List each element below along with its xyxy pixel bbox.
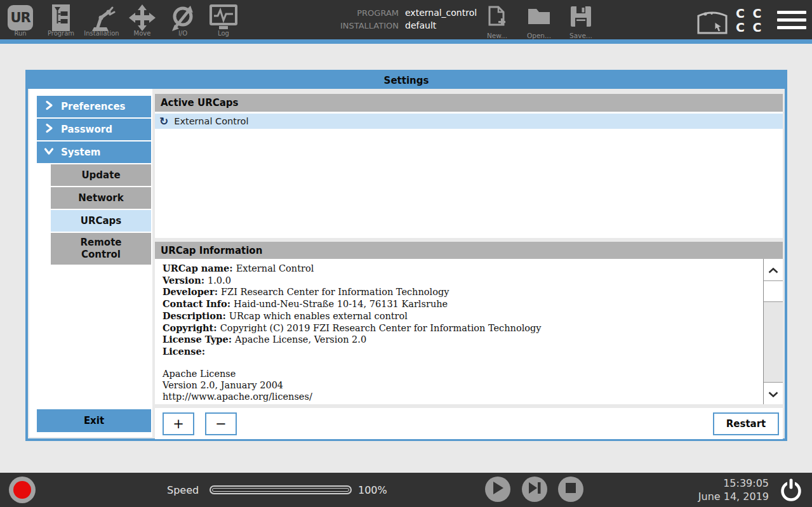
sidebar-item-network[interactable]: Network [51,187,151,209]
sim-row: C C [736,6,764,20]
sidebar-item-remote-control[interactable]: Remote Control [51,233,151,265]
new-button[interactable]: New... [483,6,512,39]
exit-button[interactable]: Exit [37,409,151,432]
tab-move[interactable]: Move [122,0,163,39]
scrollbar[interactable] [763,259,783,404]
stop-icon [566,483,576,496]
save-button[interactable]: Save... [566,6,596,39]
sidebar-item-urcaps[interactable]: URCaps [51,210,151,232]
file-status: PROGRAM external_control INSTALLATION de… [317,8,477,30]
power-icon [778,477,804,503]
remove-urcap-button[interactable]: − [205,412,237,435]
sidebar-item-update[interactable]: Update [51,164,151,186]
tab-log[interactable]: Log [203,0,244,39]
touchscreen-button[interactable] [696,8,729,34]
tab-run[interactable]: UR Run [0,0,41,39]
initialize-robot-button[interactable] [9,477,36,503]
blank-line [163,358,755,369]
move-arrows-icon [127,4,157,31]
info-field: License: [163,346,755,358]
step-forward-icon [529,482,541,496]
open-folder-icon [527,6,551,30]
add-urcap-button[interactable]: + [163,412,194,435]
sidebar-item-password[interactable]: Password [37,119,151,140]
chevron-up-icon [768,264,778,276]
info-field: Version:1.0.0 [163,275,755,287]
chevron-down-icon [768,388,778,400]
chevron-right-icon [44,123,54,136]
active-urcaps-list: ↻ External Control [155,112,783,238]
log-monitor-icon [208,4,239,31]
license-line: Apache License [163,369,755,380]
tab-label: Program [48,30,74,37]
info-field: Description:URcap which enables external… [163,310,755,322]
installation-name: default [405,20,477,30]
info-field: Developer:FZI Research Center for Inform… [163,286,755,298]
scroll-up-button[interactable] [764,259,783,281]
date-text: June 14, 2019 [698,490,769,503]
tab-installation[interactable]: Installation [81,0,122,39]
hamburger-menu-icon[interactable] [777,11,806,34]
time-text: 15:39:05 [698,477,769,490]
sidebar-item-preferences[interactable]: Preferences [37,96,151,117]
robot-status-red-icon [13,481,31,499]
sidebar-item-label: System [61,147,100,158]
license-line: http://www.apache.org/licenses/ [163,392,755,403]
play-icon [491,482,505,497]
file-actions: New... Open... Save... [483,6,596,39]
license-line: Version 2.0, January 2004 [163,380,755,392]
tab-io[interactable]: I/O [163,0,203,39]
sim-row: C C [736,20,764,34]
accent-strip [0,39,812,44]
save-floppy-icon [570,6,592,30]
action-label: New... [487,32,507,39]
robot-arm-icon [86,4,117,31]
sidebar-item-label: Password [61,124,112,135]
speed-slider[interactable] [210,485,352,494]
play-button[interactable] [485,477,510,502]
scrollbar-thumb[interactable] [764,281,783,302]
io-icon [168,4,198,31]
open-button[interactable]: Open... [524,6,554,39]
power-button[interactable] [778,477,804,503]
bottom-bar: Speed 100% 15:39:05 June 14, 2019 [0,473,812,507]
program-name: external_control [405,8,477,18]
tab-program[interactable]: Program [41,0,81,39]
info-field: Contact Info:Haid-und-Neu-Straße 10-14, … [163,298,755,310]
clock: 15:39:05 June 14, 2019 [698,477,769,503]
settings-dialog: Settings Preferences Password System [25,70,787,441]
tab-label: Move [134,30,151,37]
program-label: PROGRAM [317,8,399,18]
speed-value: 100% [358,484,387,496]
sidebar-nav: Preferences Password System Update Net [37,96,151,266]
polyscope-screen: UR Run Program Installation Move [0,0,812,507]
urcaps-action-row: + − Restart [155,408,783,439]
sidebar-subitem-label: Remote Control [69,237,133,261]
tab-label: Run [14,30,26,37]
action-label: Open... [527,32,551,39]
dialog-title: Settings [28,72,785,89]
new-file-icon [488,6,507,30]
step-forward-button[interactable] [522,477,547,502]
main-area: Settings Preferences Password System [0,44,812,473]
tab-label: Log [218,30,229,37]
restart-button[interactable]: Restart [713,412,779,435]
urcap-information-header: URCap Information [155,242,783,259]
sidebar-item-label: Preferences [61,101,126,112]
scroll-down-button[interactable] [764,382,783,404]
info-field: License Type:Apache License, Version 2.0 [163,334,755,346]
installation-label: INSTALLATION [317,21,399,30]
urcap-information-text: URCap name:External Control Version:1.0.… [155,259,763,404]
sidebar-subitem-label: Network [78,192,123,204]
sidebar-subitem-label: Update [81,169,120,181]
urcap-refresh-icon: ↻ [159,116,168,127]
stop-button[interactable] [558,477,583,502]
urcaps-content: Active URCaps ↻ External Control URCap I… [155,89,783,437]
urcap-list-item[interactable]: ↻ External Control [155,114,783,129]
sidebar-item-system[interactable]: System [37,142,151,163]
action-label: Save... [569,32,592,39]
program-tree-icon [46,4,76,31]
ur-logo-icon: UR [5,4,36,31]
chevron-right-icon [44,100,54,113]
speed-slider-fill [212,488,349,492]
